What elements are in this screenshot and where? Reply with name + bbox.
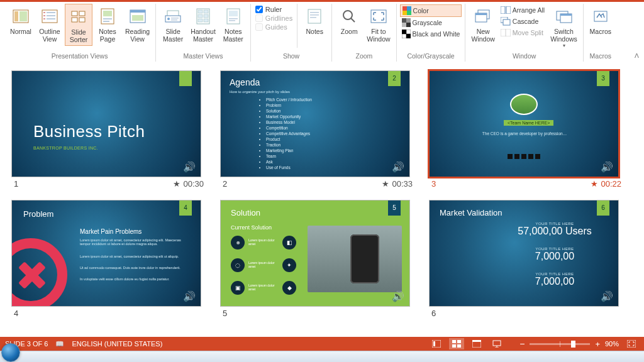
gridlines-checkbox[interactable]: Gridlines — [254, 14, 294, 23]
svg-rect-52 — [402, 30, 406, 34]
sorter-view-icon[interactable] — [449, 338, 464, 349]
slide-badge: 4 — [179, 200, 192, 216]
slide-badge: 6 — [597, 200, 609, 216]
slide-thumb-2[interactable]: 2 Agenda How to organize your pitch by s… — [220, 70, 410, 177]
slide-sorter-button[interactable]: Slide Sorter — [65, 4, 92, 46]
macros-button[interactable]: Macros — [587, 4, 614, 37]
svg-rect-77 — [493, 341, 501, 346]
reading-view-button[interactable]: Reading View — [123, 4, 152, 45]
slide5-heading: Current Solution — [231, 224, 272, 231]
cascade-button[interactable]: Cascade — [499, 16, 547, 27]
status-bar: SLIDE 3 OF 6 📖 ENGLISH (UNITED STATES) −… — [0, 337, 644, 351]
svg-rect-34 — [229, 11, 238, 16]
spellcheck-icon[interactable]: 📖 — [55, 340, 64, 348]
slide-thumb-4[interactable]: 4 Problem Market Pain Problems Lorem ips… — [11, 200, 201, 307]
reading-view-icon[interactable] — [469, 338, 484, 349]
slide-thumb-5[interactable]: 5 Solution Current Solution ⎈ Lorem ipsu… — [220, 200, 410, 307]
svg-rect-58 — [475, 13, 487, 15]
svg-rect-28 — [204, 10, 208, 13]
fit-window-icon[interactable] — [624, 338, 639, 349]
slide-thumb-6[interactable]: 6 Market Validation YOUR TITLE HERE57,00… — [429, 200, 619, 307]
svg-rect-74 — [457, 344, 461, 348]
svg-rect-9 — [47, 18, 55, 19]
taskbar[interactable] — [0, 351, 644, 362]
svg-rect-12 — [72, 18, 77, 22]
slide6-title: Market Validation — [440, 208, 502, 217]
language-indicator[interactable]: ENGLISH (UNITED STATES) — [72, 340, 162, 348]
svg-rect-67 — [560, 14, 572, 16]
svg-rect-15 — [103, 11, 112, 16]
guides-checkbox[interactable]: Guides — [254, 23, 294, 31]
speaker-icon: 🔊 — [601, 290, 613, 302]
ribbon: Normal Outline View Slide Sorter Notes P… — [0, 0, 644, 62]
switch-windows-button[interactable]: Switch Windows▾ — [548, 4, 580, 50]
svg-rect-50 — [402, 23, 406, 27]
svg-rect-73 — [452, 344, 456, 348]
move-split-button: Move Split — [499, 27, 547, 38]
speaker-icon: 🔊 — [601, 161, 613, 173]
zoom-out-button[interactable]: − — [519, 339, 525, 349]
handout-master-button[interactable]: Handout Master — [188, 4, 218, 45]
svg-rect-45 — [407, 6, 411, 11]
svg-rect-36 — [229, 20, 235, 21]
svg-rect-40 — [310, 17, 316, 18]
svg-rect-38 — [310, 12, 319, 13]
svg-rect-25 — [171, 19, 177, 21]
svg-rect-47 — [407, 11, 411, 15]
svg-rect-27 — [198, 10, 203, 13]
group-macros: Macros Macros — [584, 4, 618, 62]
slide-sorter-area: Business Pitch BANKSTROP BUILDERS INC. 🔊… — [0, 62, 644, 337]
speaker-icon: 🔊 — [392, 290, 404, 302]
slide3-image — [510, 94, 538, 115]
group-presentation-views: Normal Outline View Slide Sorter Notes P… — [4, 4, 156, 62]
svg-rect-59 — [501, 6, 505, 14]
new-window-button[interactable]: New Window — [469, 4, 497, 45]
svg-rect-62 — [503, 19, 510, 25]
slide2-bullets: Pitch Cover / IntroductionProblemSolutio… — [266, 97, 312, 171]
group-color: Color Grayscale Black and White Color/Gr… — [397, 4, 466, 62]
speaker-icon: 🔊 — [392, 161, 404, 173]
svg-rect-30 — [204, 14, 208, 18]
speaker-icon: 🔊 — [183, 290, 196, 302]
svg-rect-37 — [308, 9, 321, 23]
svg-rect-1 — [14, 11, 18, 21]
svg-rect-32 — [204, 19, 208, 22]
normal-view-icon[interactable] — [429, 338, 444, 349]
group-zoom: Zoom Fit to Window Zoom — [332, 4, 396, 62]
zoom-slider[interactable] — [530, 343, 590, 345]
zoom-level[interactable]: 90% — [605, 340, 619, 348]
color-button[interactable]: Color — [400, 4, 462, 17]
slide-thumb-3[interactable]: 3 <Team Name HERE> The CEO is a game dev… — [429, 70, 619, 177]
svg-point-23 — [167, 18, 170, 20]
zoom-in-button[interactable]: + — [595, 339, 600, 349]
slide1-subtitle: BANKSTROP BUILDERS INC. — [33, 146, 98, 150]
notes-page-button[interactable]: Notes Page — [94, 4, 121, 45]
x-icon — [11, 238, 67, 307]
slide-master-button[interactable]: Slide Master — [159, 4, 187, 45]
arrange-all-button[interactable]: Arrange All — [499, 4, 547, 16]
group-master-views: Slide Master Handout Master Notes Master… — [156, 4, 251, 62]
start-orb[interactable] — [1, 343, 20, 362]
grayscale-button[interactable]: Grayscale — [400, 17, 462, 28]
slide-badge: 3 — [597, 71, 609, 86]
group-window: New Window Arrange All Cascade Move Spli… — [465, 4, 583, 62]
svg-rect-71 — [452, 340, 456, 343]
svg-rect-35 — [229, 18, 238, 19]
svg-rect-5 — [47, 12, 55, 13]
normal-button[interactable]: Normal — [7, 4, 35, 37]
svg-rect-24 — [171, 18, 179, 19]
svg-rect-4 — [43, 12, 45, 13]
fit-to-window-button[interactable]: Fit to Window — [364, 4, 392, 45]
slide-thumb-1[interactable]: Business Pitch BANKSTROP BUILDERS INC. 🔊 — [11, 70, 201, 177]
slide3-desc: The CEO is a game developer by professio… — [466, 131, 583, 136]
outline-view-button[interactable]: Outline View — [36, 4, 64, 45]
slide-badge: 2 — [388, 71, 401, 86]
ruler-checkbox[interactable]: Ruler — [254, 5, 294, 14]
slide4-title: Problem — [23, 209, 53, 219]
collapse-ribbon-icon[interactable]: ᐱ — [632, 51, 641, 60]
zoom-button[interactable]: Zoom — [335, 4, 363, 37]
black-white-button[interactable]: Black and White — [400, 28, 462, 40]
notes-master-button[interactable]: Notes Master — [219, 4, 247, 45]
notes-button[interactable]: Notes — [301, 4, 328, 37]
slideshow-icon[interactable] — [489, 338, 504, 349]
